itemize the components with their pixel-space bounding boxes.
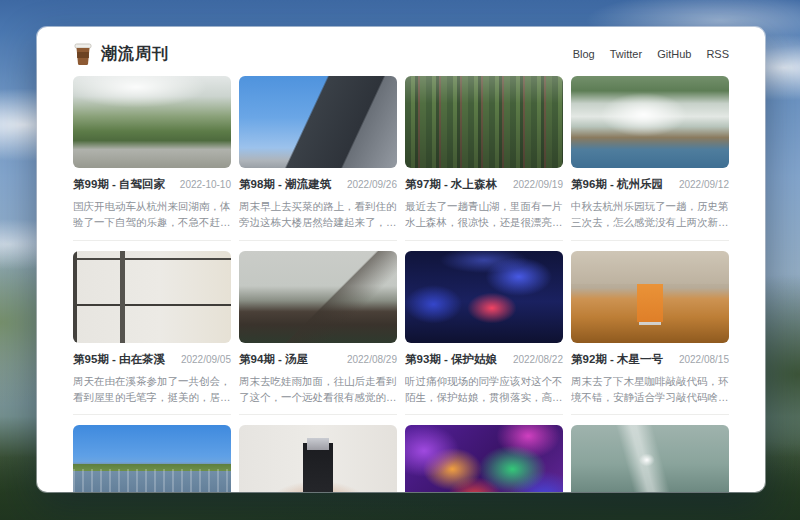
issue-card[interactable]: 第89期 - 去避暑吧 2022/07/25 [405,425,563,492]
issue-title: 第99期 - 自驾回家 [73,177,165,192]
weekly-site-window: 潮流周刊 Blog Twitter GitHub RSS 第99期 - 自驾回家… [37,27,765,492]
issue-title: 第98期 - 潮流建筑 [239,177,331,192]
nav-link-github[interactable]: GitHub [657,48,691,60]
issue-card[interactable]: 第88期 - 大水枪 2022/07/18 [571,425,729,492]
issue-thumbnail [571,425,729,492]
issue-title: 第95期 - 由在茶溪 [73,352,165,367]
issue-card[interactable]: 第92期 - 木星一号 2022/08/15 周末去了下木星咖啡敲敲代码，环境不… [571,251,729,416]
issue-thumbnail [405,425,563,492]
issue-excerpt: 周末去吃娃雨加面，往山后走看到了这个，一个远处看很有感觉的建筑，查了查叫汤屋。 [239,373,397,406]
issue-excerpt: 最近去了一趟青山湖，里面有一片水上森林，很凉快，还是很漂亮的，适合散散步。 [405,198,563,231]
site-header: 潮流周刊 Blog Twitter GitHub RSS [37,27,765,75]
issue-excerpt: 中秋去杭州乐园玩了一趟，历史第三次去，怎么感觉没有上两次新鲜了，除去这个水还可以… [571,198,729,231]
issue-thumbnail [73,251,231,343]
issue-title: 第93期 - 保护姑娘 [405,352,497,367]
issue-excerpt: 国庆开电动车从杭州来回湖南，体验了一下自驾的乐趣，不急不赶，很幸运累计只堵了… [73,198,231,231]
header-nav: Blog Twitter GitHub RSS [573,48,729,60]
issue-thumbnail [73,76,231,168]
site-brand-home-link[interactable]: 潮流周刊 [73,43,169,65]
coffee-cup-icon [73,43,93,65]
nav-link-twitter[interactable]: Twitter [610,48,642,60]
issue-excerpt: 周末去了下木星咖啡敲敲代码，环境不错，安静适合学习敲代码啥的，由于下午 3 点多… [571,373,729,406]
site-title: 潮流周刊 [101,44,169,65]
issue-card[interactable]: 第96期 - 杭州乐园 2022/09/12 中秋去杭州乐园玩了一趟，历史第三次… [571,76,729,241]
issue-excerpt: 周末早上去买菜的路上，看到住的旁边这栋大楼居然给建起来了，在阳光下的无遮镜效果真… [239,198,397,231]
issue-date: 2022/09/12 [679,179,729,190]
issue-thumbnail [239,76,397,168]
issue-thumbnail [571,251,729,343]
issue-date: 2022/09/26 [347,179,397,190]
issue-title: 第94期 - 汤屋 [239,352,308,367]
issue-excerpt: 听过痛仰现场的同学应该对这个不陌生，保护姑娘，贯彻落实，高虎这一群人看着老了，但… [405,373,563,406]
issue-date: 2022/09/19 [513,179,563,190]
issue-thumbnail [73,425,231,492]
issue-date: 2022/08/15 [679,354,729,365]
issue-title: 第96期 - 杭州乐园 [571,177,663,192]
issue-thumbnail [571,76,729,168]
issue-thumbnail [239,425,397,492]
issue-card[interactable]: 第94期 - 汤屋 2022/08/29 周末去吃娃雨加面，往山后走看到了这个，… [239,251,397,416]
issue-thumbnail [239,251,397,343]
nav-link-blog[interactable]: Blog [573,48,595,60]
nav-link-rss[interactable]: RSS [706,48,729,60]
issue-thumbnail [405,251,563,343]
issue-card[interactable]: 第93期 - 保护姑娘 2022/08/22 听过痛仰现场的同学应该对这个不陌生… [405,251,563,416]
issue-card[interactable]: 第98期 - 潮流建筑 2022/09/26 周末早上去买菜的路上，看到住的旁边… [239,76,397,241]
issue-card[interactable]: 第99期 - 自驾回家 2022-10-10 国庆开电动车从杭州来回湖南，体验了… [73,76,231,241]
issue-card[interactable]: 第95期 - 由在茶溪 2022/09/05 周天在由在溪茶参加了一共创会，看到… [73,251,231,416]
issue-date: 2022/09/05 [181,354,231,365]
issue-card[interactable]: 第97期 - 水上森林 2022/09/19 最近去了一趟青山湖，里面有一片水上… [405,76,563,241]
issue-card[interactable]: 第90期 - 山仓子 2022/08/01 [239,425,397,492]
issue-card[interactable]: 第91期 - 天目里 2022/08/08 [73,425,231,492]
issue-date: 2022-10-10 [180,179,231,190]
issues-grid: 第99期 - 自驾回家 2022-10-10 国庆开电动车从杭州来回湖南，体验了… [37,75,765,492]
issue-title: 第92期 - 木星一号 [571,352,663,367]
issue-date: 2022/08/29 [347,354,397,365]
issue-date: 2022/08/22 [513,354,563,365]
issue-thumbnail [405,76,563,168]
issue-title: 第97期 - 水上森林 [405,177,497,192]
issue-excerpt: 周天在由在溪茶参加了一共创会，看到屋里的毛笔字，挺美的，居然是老板自己写的，牛的… [73,373,231,406]
